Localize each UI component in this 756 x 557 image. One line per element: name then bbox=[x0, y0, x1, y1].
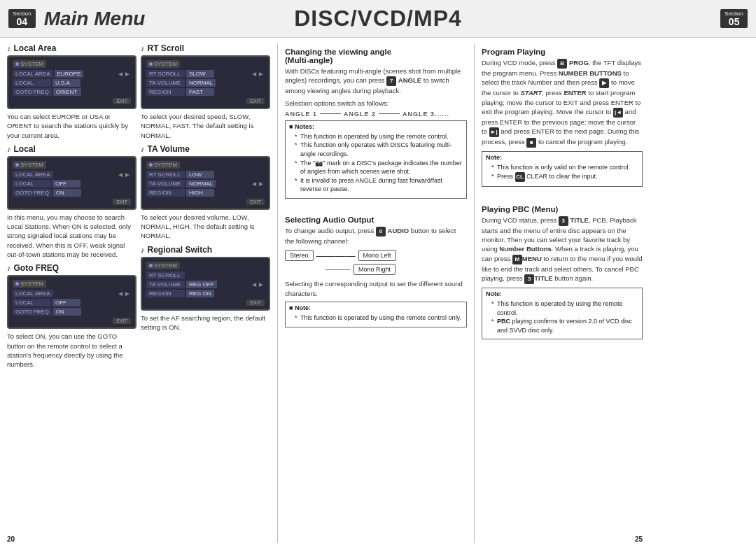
ta-volume-title: TA Volume bbox=[141, 144, 270, 154]
row2-label: GOTO FREQ bbox=[13, 88, 52, 96]
page-num-right-container: 25 bbox=[482, 528, 643, 543]
changing-angle-section: Changing the viewing angle (Multi-angle)… bbox=[285, 43, 467, 202]
audio-flow: Stereo ———— Mono Left ———— Mono Right bbox=[285, 250, 396, 275]
local-row-0: LOCAL AREA ◄► bbox=[13, 171, 131, 178]
regional-switch-title: Regional Switch bbox=[141, 245, 270, 255]
pbc-note-1: This function is operated by using the r… bbox=[491, 299, 638, 317]
logo-text: SYSTEM bbox=[20, 61, 43, 67]
program-playing-section: Program Playing During VCD mode, press B… bbox=[482, 43, 643, 190]
local-logo-dot bbox=[15, 163, 19, 167]
goto-freq-title: Goto FREQ bbox=[7, 263, 136, 273]
section-badge-left: Section 04 bbox=[8, 9, 36, 29]
note-item-1: This function is operated by using the r… bbox=[295, 132, 463, 141]
rt-scroll-body: To select your desired speed, SLOW, NORM… bbox=[141, 112, 270, 140]
notes-list-angle: This function is operated by using the r… bbox=[295, 132, 463, 194]
selecting-audio-body: To change audio output, press 0 AUDIO bu… bbox=[285, 226, 467, 246]
prog-icon: B bbox=[557, 59, 567, 69]
title2-icon: 3 bbox=[524, 274, 534, 284]
selecting-audio-title: Selecting Audio Output bbox=[285, 216, 467, 224]
audio-row-2: ———— Mono Right bbox=[326, 264, 396, 275]
screen-footer: EXIT bbox=[13, 98, 131, 104]
move-cursor-icon: ▶ bbox=[599, 78, 609, 88]
ta-volume-screen: SYSTEM RT SCROLL LOW TA VOLUME NORMAL ◄►… bbox=[141, 156, 270, 210]
angle-button-icon: 7 bbox=[386, 76, 396, 86]
stereo-label: Stereo bbox=[285, 250, 314, 261]
audio-button-icon: 0 bbox=[376, 227, 386, 237]
pbc-note-2: PBC playing confirms to version 2.0 of V… bbox=[491, 317, 638, 334]
row2-value: ORIENT bbox=[53, 88, 81, 96]
rt-scroll-section: RT Scroll SYSTEM RT SCROLL SLOW ◄► bbox=[141, 43, 270, 140]
goto-freq-body: To select ON, you can use the GOTO butto… bbox=[7, 332, 136, 369]
audio-diagram: Stereo ———— Mono Left ———— Mono Right bbox=[285, 250, 467, 275]
screen-rows-local-area: LOCAL AREA EUROPE ◄► LOCAL U.S.A GOTO FR… bbox=[13, 70, 131, 96]
divider bbox=[277, 43, 278, 543]
main-content: Local Area SYSTEM LOCAL AREA EUROPE ◄► bbox=[0, 38, 756, 549]
regional-switch-body: To set the AF searching region, the defa… bbox=[141, 313, 270, 332]
goto-freq-section: Goto FREQ SYSTEM LOCAL AREA ◄► LOCAL bbox=[7, 263, 136, 369]
screen-row-2: GOTO FREQ ORIENT bbox=[13, 88, 131, 96]
section-number-left: 04 bbox=[17, 17, 28, 27]
note-item-3: The "📷" mark on a DISC's package indicat… bbox=[295, 159, 463, 176]
note-list-program: This function is only valid on the remot… bbox=[491, 163, 638, 182]
next-page-icon: ►| bbox=[489, 127, 499, 137]
note-item-4: It is invalid to press ANGLE during fast… bbox=[295, 176, 463, 194]
screen-row-1: LOCAL U.S.A bbox=[13, 79, 131, 87]
main-menu-title: Main Menu bbox=[44, 8, 146, 30]
local-section: Local SYSTEM LOCAL AREA ◄► LOCAL bbox=[7, 144, 136, 259]
disc-vcd-mp4-title: DISC/VCD/MP4 bbox=[294, 6, 462, 31]
note-list-pbc: This function is operated by using the r… bbox=[491, 299, 638, 334]
local-screen: SYSTEM LOCAL AREA ◄► LOCAL OFF GOTO FREQ… bbox=[7, 156, 136, 210]
selection-options-text: Selection options switch as follows: bbox=[285, 99, 467, 108]
rt-scroll-title: RT Scroll bbox=[141, 43, 270, 53]
note-box-pbc: Note: This function is operated by using… bbox=[482, 288, 643, 339]
system-logo: SYSTEM bbox=[13, 60, 46, 68]
local-area-section: Local Area SYSTEM LOCAL AREA EUROPE ◄► bbox=[7, 43, 136, 140]
row1-label: LOCAL bbox=[13, 79, 51, 87]
section-number-right: 05 bbox=[729, 17, 740, 27]
local-area-body: You can select EUROPE or USA or ORIENT t… bbox=[7, 112, 136, 140]
changing-angle-body: With DISCs featuring multi-angle (scenes… bbox=[285, 66, 467, 96]
program-playing-body: During VCD mode, press B PROG, the TFT d… bbox=[482, 58, 643, 148]
ta-volume-body: To select your desired volume, LOW, NORM… bbox=[141, 213, 270, 241]
playing-pbc-section: Playing PBC (Menu) During VCD status, pr… bbox=[482, 201, 643, 343]
clear-icon: CL bbox=[515, 172, 525, 182]
playing-pbc-body: During VCD status, press 3 TITLE, PCB. P… bbox=[482, 216, 643, 284]
page-header: Section 04 Main Menu DISC/VCD/MP4 Sectio… bbox=[0, 0, 756, 38]
right-column: Program Playing During VCD mode, press B… bbox=[482, 43, 643, 543]
local-screen-top: SYSTEM bbox=[13, 161, 131, 169]
prog-note-2: Press CL CLEAR to clear the input. bbox=[491, 172, 638, 182]
angle-line: ANGLE 1 ANGLE 2 ANGLE 3...... bbox=[285, 111, 467, 118]
goto-freq-screen: SYSTEM LOCAL AREA ◄► LOCAL OFF GOTO FREQ… bbox=[7, 275, 136, 329]
section-badge-right: Section 05 bbox=[720, 9, 748, 29]
notes-box-angle: ■ Notes: This function is operated by us… bbox=[285, 120, 467, 199]
notes-label-angle: ■ Notes: bbox=[289, 123, 314, 130]
rt-scroll-screen: SYSTEM RT SCROLL SLOW ◄► TA VOLUME NORMA… bbox=[141, 55, 270, 109]
audio-output-desc: Selecting the corresponding output to se… bbox=[285, 279, 467, 298]
note-list-audio: This function is operated by using the r… bbox=[295, 313, 463, 323]
local-system-logo: SYSTEM bbox=[13, 161, 46, 169]
title-icon: 3 bbox=[559, 216, 568, 226]
screen-row-0: LOCAL AREA EUROPE ◄► bbox=[13, 70, 131, 78]
page-num-right: 25 bbox=[635, 535, 643, 543]
mid-left-column: RT Scroll SYSTEM RT SCROLL SLOW ◄► bbox=[141, 43, 270, 543]
page-num-left: 20 bbox=[7, 535, 136, 543]
section-badge-right-container: Section 05 bbox=[720, 9, 748, 29]
mono-right-label: Mono Right bbox=[354, 264, 396, 275]
note-label-program: Note: bbox=[486, 154, 502, 161]
row1-value: U.S.A bbox=[52, 79, 80, 87]
prog-note-1: This function is only valid on the remot… bbox=[491, 163, 638, 172]
regional-switch-screen: SYSTEM RT SCROLL TA VOLUME REG OFF ◄► RE… bbox=[141, 257, 270, 311]
menu-icon: M bbox=[512, 255, 522, 265]
changing-angle-title: Changing the viewing angle (Multi-angle) bbox=[285, 48, 467, 64]
mid-right-column: Changing the viewing angle (Multi-angle)… bbox=[285, 43, 467, 543]
note-box-audio: ■ Note: This function is operated by usi… bbox=[285, 302, 467, 327]
local-row-1: LOCAL OFF bbox=[13, 180, 131, 188]
regional-switch-section: Regional Switch SYSTEM RT SCROLL TA VOLU… bbox=[141, 245, 270, 332]
row0-value: EUROPE bbox=[55, 70, 84, 78]
logo-dot bbox=[15, 62, 19, 66]
mono-left-label: Mono Left bbox=[358, 250, 396, 261]
local-title: Local bbox=[7, 144, 136, 154]
note-label-audio: ■ Note: bbox=[289, 304, 311, 311]
local-area-screen: SYSTEM LOCAL AREA EUROPE ◄► LOCAL U.S.A … bbox=[7, 55, 136, 109]
local-screen-rows: LOCAL AREA ◄► LOCAL OFF GOTO FREQ ON bbox=[13, 171, 131, 197]
